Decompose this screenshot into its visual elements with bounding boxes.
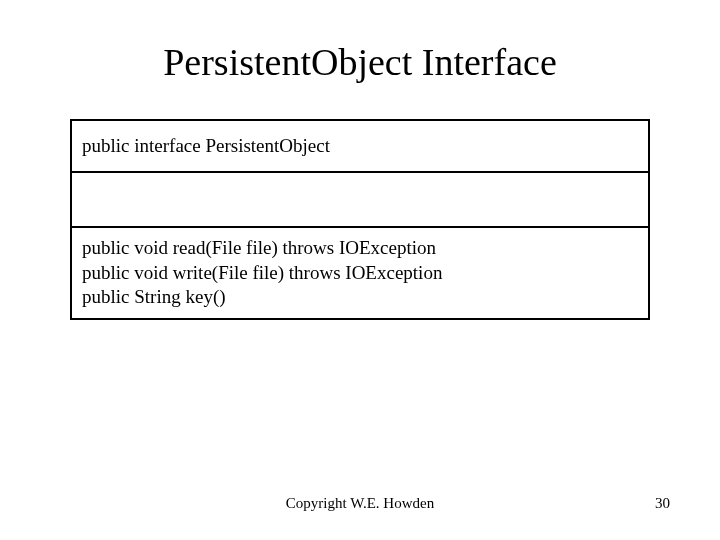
uml-method-read: public void read(File file) throws IOExc… [82,236,638,261]
copyright-footer: Copyright W.E. Howden [0,495,720,512]
uml-method-key: public String key() [82,285,638,310]
uml-methods-compartment: public void read(File file) throws IOExc… [72,228,648,318]
uml-attributes-compartment [72,173,648,228]
uml-class-box: public interface PersistentObject public… [70,119,650,320]
uml-method-write: public void write(File file) throws IOEx… [82,261,638,286]
page-number: 30 [655,495,670,512]
slide-title: PersistentObject Interface [50,40,670,84]
uml-interface-declaration: public interface PersistentObject [82,134,638,159]
slide-container: PersistentObject Interface public interf… [0,0,720,540]
uml-name-compartment: public interface PersistentObject [72,121,648,173]
